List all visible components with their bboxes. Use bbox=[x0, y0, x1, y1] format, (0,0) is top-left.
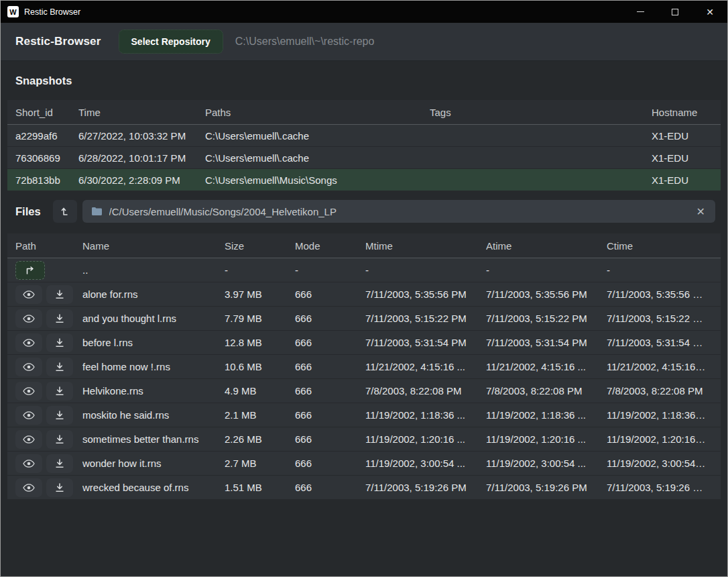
file-mtime: 11/19/2002, 1:18:36 ... bbox=[365, 409, 486, 421]
file-size: 7.79 MB bbox=[225, 313, 295, 324]
file-mode: 666 bbox=[295, 458, 365, 469]
download-button[interactable] bbox=[46, 285, 73, 304]
window-title: Restic Browser bbox=[24, 7, 80, 17]
file-row[interactable]: Helvikone.rns 4.9 MB 666 7/8/2003, 8:22:… bbox=[7, 379, 721, 403]
download-icon bbox=[55, 483, 64, 492]
file-size: 2.1 MB bbox=[225, 409, 295, 421]
file-row[interactable]: before l.rns 12.8 MB 666 7/11/2003, 5:31… bbox=[7, 331, 721, 354]
maximize-icon bbox=[672, 9, 678, 15]
download-button[interactable] bbox=[46, 454, 73, 473]
download-icon bbox=[55, 290, 64, 299]
parent-arrow-icon bbox=[25, 266, 36, 275]
file-atime: 11/19/2002, 3:00:54 ... bbox=[486, 458, 607, 469]
file-name: sometimes better than.rns bbox=[82, 433, 225, 445]
close-button[interactable]: ✕ bbox=[692, 1, 727, 23]
preview-button[interactable] bbox=[15, 406, 42, 425]
file-row[interactable]: wonder how it.rns 2.7 MB 666 11/19/2002,… bbox=[7, 452, 721, 475]
file-row[interactable]: moskito he said.rns 2.1 MB 666 11/19/200… bbox=[7, 403, 721, 427]
download-button[interactable] bbox=[46, 309, 73, 328]
column-header-tags: Tags bbox=[430, 107, 652, 118]
files-heading: Files bbox=[15, 205, 41, 218]
download-button[interactable] bbox=[46, 358, 73, 376]
eye-icon bbox=[23, 411, 35, 419]
snapshot-row-selected[interactable]: 72b813bb 6/30/2022, 2:28:09 PM C:\Users\… bbox=[7, 169, 721, 191]
file-mode: 666 bbox=[295, 361, 365, 372]
eye-icon bbox=[23, 363, 35, 371]
preview-button[interactable] bbox=[15, 285, 42, 304]
snapshot-paths: C:\Users\emuell\.cache bbox=[205, 152, 430, 164]
download-icon bbox=[55, 386, 64, 396]
eye-icon bbox=[23, 460, 35, 468]
select-repository-button[interactable]: Select Repository bbox=[119, 30, 223, 54]
snapshots-table-header: Short_id Time Paths Tags Hostname bbox=[7, 100, 721, 125]
file-atime: 7/8/2003, 8:22:08 PM bbox=[486, 385, 607, 397]
preview-button[interactable] bbox=[15, 358, 42, 376]
folder-icon bbox=[91, 207, 103, 216]
window-controls: ✕ bbox=[623, 1, 727, 23]
snapshot-short-id: 72b813bb bbox=[15, 174, 78, 186]
files-table-body: alone for.rns 3.97 MB 666 7/11/2003, 5:3… bbox=[1, 282, 727, 499]
file-mode: 666 bbox=[295, 385, 365, 397]
column-header-name: Name bbox=[82, 240, 225, 252]
file-row[interactable]: sometimes better than.rns 2.26 MB 666 11… bbox=[7, 427, 721, 451]
snapshot-short-id: a2299af6 bbox=[15, 130, 78, 142]
titlebar: W Restic Browser ✕ bbox=[1, 1, 727, 23]
file-mtime: 7/11/2003, 5:35:56 PM bbox=[365, 288, 486, 300]
snapshot-row[interactable]: 76306869 6/28/2022, 10:01:17 PM C:\Users… bbox=[7, 147, 721, 168]
file-name: and you thought l.rns bbox=[82, 313, 225, 324]
maximize-button[interactable] bbox=[658, 1, 692, 23]
download-button[interactable] bbox=[46, 406, 73, 425]
file-row[interactable]: and you thought l.rns 7.79 MB 666 7/11/2… bbox=[7, 307, 721, 330]
current-path-input[interactable]: /C/Users/emuell/Music/Songs/2004_Helveti… bbox=[82, 200, 715, 223]
file-row[interactable]: feel home now !.rns 10.6 MB 666 11/21/20… bbox=[7, 355, 721, 378]
file-mode: 666 bbox=[295, 482, 365, 493]
files-bar: Files /C/Users/emuell/Music/Songs/2004_H… bbox=[7, 200, 721, 223]
file-atime: 11/21/2002, 4:15:16 ... bbox=[486, 361, 607, 372]
snapshot-row[interactable]: a2299af6 6/27/2022, 10:03:32 PM C:\Users… bbox=[7, 125, 721, 146]
go-parent-button[interactable] bbox=[15, 261, 45, 280]
preview-button[interactable] bbox=[15, 333, 42, 352]
file-row[interactable]: wrecked because of.rns 1.51 MB 666 7/11/… bbox=[7, 476, 721, 499]
snapshot-time: 6/28/2022, 10:01:17 PM bbox=[78, 152, 205, 164]
column-header-time: Time bbox=[78, 107, 205, 118]
download-button[interactable] bbox=[46, 430, 73, 449]
parent-directory-row[interactable]: .. - - - - - bbox=[7, 258, 721, 282]
file-name: feel home now !.rns bbox=[82, 361, 225, 372]
file-mtime: 7/11/2003, 5:19:26 PM bbox=[365, 482, 486, 493]
preview-button[interactable] bbox=[15, 309, 42, 328]
app-logo-icon: W bbox=[7, 6, 19, 17]
eye-icon bbox=[23, 291, 35, 299]
download-button[interactable] bbox=[46, 382, 73, 401]
file-mtime: - bbox=[365, 264, 486, 276]
download-icon bbox=[55, 435, 64, 444]
file-name: moskito he said.rns bbox=[82, 409, 225, 421]
preview-button[interactable] bbox=[15, 478, 42, 497]
download-button[interactable] bbox=[46, 333, 73, 352]
eye-icon bbox=[23, 315, 35, 323]
preview-button[interactable] bbox=[15, 382, 42, 401]
column-header-hostname: Hostname bbox=[652, 107, 713, 118]
preview-button[interactable] bbox=[15, 454, 42, 473]
file-row[interactable]: alone for.rns 3.97 MB 666 7/11/2003, 5:3… bbox=[7, 282, 721, 306]
close-icon: ✕ bbox=[706, 7, 714, 17]
file-name: .. bbox=[82, 264, 225, 276]
download-icon bbox=[55, 362, 64, 372]
minimize-button[interactable] bbox=[623, 1, 658, 23]
column-header-mtime: Mtime bbox=[365, 240, 486, 252]
go-root-button[interactable] bbox=[53, 200, 77, 223]
download-button[interactable] bbox=[46, 478, 73, 497]
preview-button[interactable] bbox=[15, 430, 42, 449]
file-size: 4.9 MB bbox=[225, 385, 295, 397]
snapshot-short-id: 76306869 bbox=[15, 152, 78, 164]
file-size: 3.97 MB bbox=[225, 288, 295, 300]
file-atime: - bbox=[486, 264, 607, 276]
file-size: 2.7 MB bbox=[225, 458, 295, 469]
column-header-paths: Paths bbox=[205, 107, 430, 118]
file-mode: - bbox=[295, 264, 365, 276]
clear-path-button[interactable]: ✕ bbox=[695, 205, 707, 218]
eye-icon bbox=[23, 339, 35, 347]
file-atime: 7/11/2003, 5:35:56 PM bbox=[486, 288, 607, 300]
file-size: 10.6 MB bbox=[225, 361, 295, 372]
file-mtime: 7/11/2003, 5:15:22 PM bbox=[365, 313, 486, 324]
snapshot-hostname: X1-EDU bbox=[652, 152, 713, 164]
